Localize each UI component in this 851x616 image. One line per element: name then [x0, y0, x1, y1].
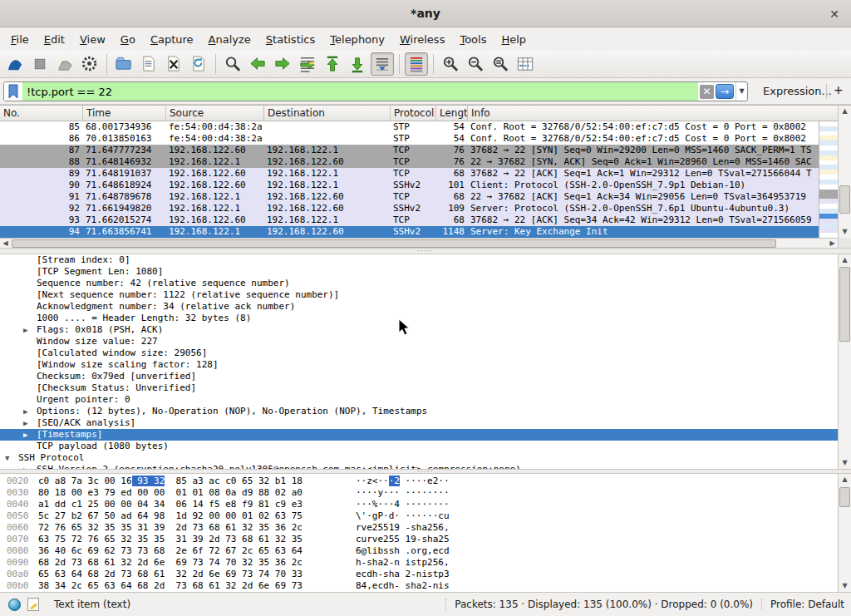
- column-header-protocol[interactable]: Protocol: [391, 106, 436, 121]
- auto-scroll-icon[interactable]: [371, 52, 394, 76]
- column-header-time[interactable]: Time: [83, 106, 166, 121]
- packet-row-86[interactable]: 8670.013850163fe:54:00:d4:38:2aSTP54Conf…: [0, 133, 819, 145]
- expression-button[interactable]: Expression...: [763, 85, 832, 97]
- detail-line[interactable]: [Checksum Status: Unverified]: [0, 382, 851, 394]
- expander-closed-icon[interactable]: ▶: [23, 324, 27, 336]
- detail-line[interactable]: [Stream index: 0]: [0, 254, 851, 266]
- column-header-source[interactable]: Source: [166, 106, 264, 121]
- packet-list-vscrollbar[interactable]: ▲ ▼: [838, 106, 851, 238]
- menu-file[interactable]: File: [3, 30, 37, 49]
- hex-row-0060[interactable]: 006072 76 65 32 35 35 31 39 2d 73 68 61 …: [0, 522, 851, 534]
- details-vscrollbar[interactable]: ▲ ▼: [838, 254, 851, 469]
- menu-analyze[interactable]: Analyze: [201, 30, 258, 49]
- packet-list-vscroll-thumb[interactable]: [839, 185, 850, 214]
- open-file-icon[interactable]: [112, 52, 135, 76]
- go-top-icon[interactable]: [321, 52, 344, 76]
- colorize-icon[interactable]: [405, 52, 428, 76]
- statusbar-profile[interactable]: Profile: Default: [761, 599, 851, 610]
- detail-line[interactable]: Window size value: 227: [0, 336, 851, 347]
- start-capture-icon[interactable]: [3, 52, 27, 76]
- packet-row-94[interactable]: 9471.663856741192.168.122.1192.168.122.6…: [0, 226, 819, 238]
- detail-line[interactable]: Checksum: 0x79ed [unverified]: [0, 371, 851, 382]
- hex-row-0030[interactable]: 003080 18 00 e3 79 ed 00 00 01 01 08 0a …: [0, 487, 851, 499]
- packet-list-header[interactable]: No.TimeSourceDestinationProtocolLengthIn…: [0, 106, 838, 121]
- detail-line[interactable]: ▶[Timestamps]: [0, 429, 851, 441]
- column-header-destination[interactable]: Destination: [264, 106, 391, 121]
- menu-tools[interactable]: Tools: [452, 30, 494, 49]
- detail-line[interactable]: [Window size scaling factor: 128]: [0, 359, 851, 371]
- detail-line[interactable]: Sequence number: 42 (relative sequence n…: [0, 278, 851, 289]
- menu-wireless[interactable]: Wireless: [392, 30, 452, 49]
- capture-comment-icon[interactable]: [27, 598, 39, 611]
- filter-bookmark-icon[interactable]: [4, 82, 22, 101]
- scroll-down-icon[interactable]: ▼: [839, 580, 851, 592]
- save-file-icon[interactable]: [137, 52, 160, 76]
- capture-options-icon[interactable]: [78, 52, 101, 76]
- reload-file-icon[interactable]: [187, 52, 210, 76]
- menu-telephony[interactable]: Telephony: [322, 30, 392, 49]
- expander-closed-icon[interactable]: ▶: [23, 406, 27, 417]
- detail-line[interactable]: ▶Options: (12 bytes), No-Operation (NOP)…: [0, 406, 851, 417]
- detail-line[interactable]: [TCP Segment Len: 1080]: [0, 266, 851, 278]
- scroll-up-icon[interactable]: ▲: [839, 106, 851, 117]
- detail-line[interactable]: [Next sequence number: 1122 (relative se…: [0, 289, 851, 301]
- find-packet-icon[interactable]: [221, 52, 244, 76]
- filter-dropdown-caret[interactable]: ▼: [735, 82, 747, 101]
- packet-row-92[interactable]: 9271.661949820192.168.122.1192.168.122.6…: [0, 203, 819, 214]
- go-back-icon[interactable]: [246, 52, 269, 76]
- hex-row-0090[interactable]: 009068 2d 73 68 61 32 2d 6e 69 73 74 70 …: [0, 557, 851, 569]
- menu-statistics[interactable]: Statistics: [258, 30, 322, 49]
- scroll-down-icon[interactable]: ▼: [839, 226, 851, 238]
- menu-edit[interactable]: Edit: [37, 30, 72, 49]
- hex-row-0020[interactable]: 0020c0 a8 7a 3c 00 16 93 32 85 a3 ac c0 …: [0, 476, 851, 487]
- packet-row-90[interactable]: 9071.648618924192.168.122.60192.168.122.…: [0, 180, 819, 191]
- display-filter-input[interactable]: [22, 82, 698, 101]
- menu-help[interactable]: Help: [494, 30, 534, 49]
- packet-row-93[interactable]: 9371.662015274192.168.122.60192.168.122.…: [0, 214, 819, 226]
- column-header-length[interactable]: Length: [436, 106, 468, 121]
- detail-line[interactable]: [Calculated window size: 29056]: [0, 347, 851, 359]
- zoom-in-icon[interactable]: [439, 52, 462, 76]
- hex-row-00a0[interactable]: 00a065 63 64 68 2d 73 68 61 32 2d 6e 69 …: [0, 569, 851, 580]
- detail-line[interactable]: Acknowledgment number: 34 (relative ack …: [0, 301, 851, 313]
- stop-capture-icon[interactable]: [28, 52, 52, 76]
- scroll-down-icon[interactable]: ▼: [839, 457, 851, 469]
- packet-row-85[interactable]: 8568.001734936fe:54:00:d4:38:2aSTP54Conf…: [0, 121, 819, 133]
- packet-row-91[interactable]: 9171.648789678192.168.122.1192.168.122.6…: [0, 191, 819, 203]
- detail-line[interactable]: 1000 .... = Header Length: 32 bytes (8): [0, 313, 851, 324]
- hex-row-0080[interactable]: 008036 40 6c 69 62 73 73 68 2e 6f 72 67 …: [0, 545, 851, 557]
- column-header-no[interactable]: No.: [0, 106, 83, 121]
- scroll-up-icon[interactable]: ▲: [839, 254, 851, 266]
- detail-line[interactable]: ▼SSH Protocol: [0, 452, 851, 464]
- bytes-vscroll-thumb[interactable]: [839, 487, 850, 507]
- hex-row-0050[interactable]: 00505c 27 b2 67 50 ad 64 98 1d 92 00 00 …: [0, 510, 851, 522]
- expander-closed-icon[interactable]: ▶: [23, 417, 27, 429]
- hex-row-0070[interactable]: 007063 75 72 76 65 32 35 35 31 39 2d 73 …: [0, 534, 851, 545]
- resize-columns-icon[interactable]: [514, 52, 537, 76]
- zoom-100-icon[interactable]: [489, 52, 512, 76]
- expander-open-icon[interactable]: ▼: [5, 452, 9, 464]
- packet-row-87[interactable]: 8771.647777234192.168.122.60192.168.122.…: [0, 145, 819, 156]
- packet-list-minimap[interactable]: [819, 121, 838, 238]
- menu-view[interactable]: View: [72, 30, 113, 49]
- details-vscroll-thumb[interactable]: [839, 267, 850, 342]
- detail-line[interactable]: TCP payload (1080 bytes): [0, 441, 851, 452]
- detail-line[interactable]: Urgent pointer: 0: [0, 394, 851, 406]
- go-bottom-icon[interactable]: [346, 52, 369, 76]
- zoom-out-icon[interactable]: [464, 52, 487, 76]
- scroll-up-icon[interactable]: ▲: [839, 474, 851, 485]
- add-filter-button[interactable]: +: [834, 83, 844, 96]
- restart-capture-icon[interactable]: [53, 52, 76, 76]
- close-window-button[interactable]: ✕: [826, 6, 843, 22]
- menu-capture[interactable]: Capture: [143, 30, 201, 49]
- expander-closed-icon[interactable]: ▶: [23, 429, 27, 441]
- pane-splitter-top[interactable]: ·····: [0, 248, 851, 254]
- packet-row-89[interactable]: 8971.648191037192.168.122.60192.168.122.…: [0, 168, 819, 180]
- hex-row-00b0[interactable]: 00b038 34 2c 65 63 64 68 2d 73 68 61 32 …: [0, 580, 851, 592]
- bytes-vscrollbar[interactable]: ▲ ▼: [838, 474, 851, 592]
- filter-clear-button[interactable]: ✕: [700, 85, 714, 99]
- filter-apply-button[interactable]: →: [716, 84, 734, 99]
- go-forward-icon[interactable]: [271, 52, 294, 76]
- packet-list-hscroll-thumb[interactable]: [12, 239, 776, 248]
- hex-row-0040[interactable]: 0040a1 dd c1 25 00 00 04 34 06 14 f5 e8 …: [0, 499, 851, 510]
